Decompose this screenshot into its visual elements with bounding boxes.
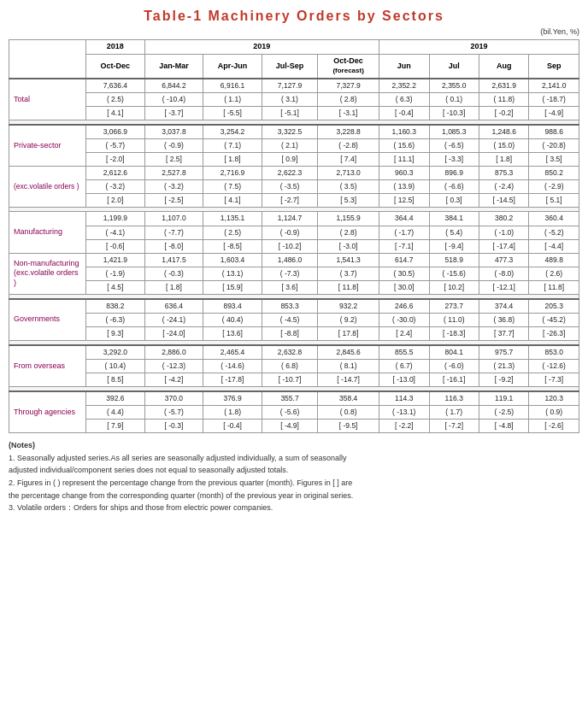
table-cell: ( 7.1) xyxy=(203,139,262,153)
table-cell: ( -3.5) xyxy=(262,180,317,194)
table-cell: 838.2 xyxy=(86,299,145,314)
table-cell: 120.3 xyxy=(529,391,579,406)
table-cell: 114.3 xyxy=(379,391,429,406)
row-label: Governments xyxy=(9,299,86,341)
table-cell: 384.1 xyxy=(429,212,479,226)
table-cell: 3,254.2 xyxy=(203,125,262,139)
table-cell: [ 2.4] xyxy=(379,326,429,340)
table-cell: 360.4 xyxy=(529,212,579,226)
table-cell: ( -0.9) xyxy=(144,139,203,153)
table-cell: ( -2.8) xyxy=(318,139,379,153)
note-line: 1. Seasonally adjusted series.As all ser… xyxy=(9,453,579,464)
table-cell: [ 15.9] xyxy=(203,280,262,294)
col-2018-year: 2018 xyxy=(86,40,145,55)
table-cell: ( 13.1) xyxy=(203,267,262,280)
table-cell: [ 3.6] xyxy=(262,280,317,294)
table-cell: 6,844.2 xyxy=(144,79,203,93)
table-cell: ( 30.5) xyxy=(379,267,429,280)
table-cell: ( 10.4) xyxy=(86,359,145,373)
table-cell: 2,631.9 xyxy=(479,79,528,93)
table-cell: [ -17.8] xyxy=(203,373,262,387)
table-cell: 850.2 xyxy=(529,167,579,180)
table-cell: 2,355.0 xyxy=(429,79,479,93)
table-cell: 273.7 xyxy=(429,299,479,314)
table-cell: 1,160.3 xyxy=(379,125,429,139)
table-cell: ( 15.0) xyxy=(479,139,528,153)
table-cell: 2,716.9 xyxy=(203,167,262,180)
page-title: Table-1 Machinery Orders by Sectors xyxy=(9,9,579,24)
table-cell: 3,228.8 xyxy=(318,125,379,139)
table-cell: ( 15.6) xyxy=(379,139,429,153)
table-cell: ( 2.6) xyxy=(529,267,579,280)
table-cell: [ -9.4] xyxy=(429,239,479,253)
row-label: Manufacturing xyxy=(9,212,86,253)
table-cell: [ 9.3] xyxy=(86,326,145,340)
table-cell: ( -5.7) xyxy=(144,406,203,420)
table-cell: ( 36.8) xyxy=(479,313,528,326)
table-cell: 1,417.5 xyxy=(144,253,203,267)
table-cell: ( 1.8) xyxy=(203,406,262,420)
table-cell: 2,141.0 xyxy=(529,79,579,93)
note-line: (Notes) xyxy=(9,440,579,451)
table-cell: [ 0.3] xyxy=(429,194,479,208)
table-cell: [ 11.8] xyxy=(529,280,579,294)
table-cell: ( -6.6) xyxy=(429,180,479,194)
table-cell: [ 17.8] xyxy=(318,326,379,340)
table-cell: ( 2.5) xyxy=(86,93,145,107)
table-cell: 893.4 xyxy=(203,299,262,314)
table-cell: 376.9 xyxy=(203,391,262,406)
table-cell: ( -6.3) xyxy=(86,313,145,326)
table-cell: [ 11.8] xyxy=(318,280,379,294)
table-cell: [ 2.0] xyxy=(86,194,145,208)
table-cell: [ 4.1] xyxy=(203,194,262,208)
table-cell: [ 5.3] xyxy=(318,194,379,208)
table-cell: 3,322.5 xyxy=(262,125,317,139)
table-cell: [ -24.0] xyxy=(144,326,203,340)
table-cell: [ -0.3] xyxy=(144,420,203,433)
table-cell: ( 6.7) xyxy=(379,359,429,373)
table-cell: 6,916.1 xyxy=(203,79,262,93)
table-cell: ( -2.5) xyxy=(479,406,528,420)
table-cell: 374.4 xyxy=(479,299,528,314)
table-cell: ( -45.2) xyxy=(529,313,579,326)
table-cell: ( 3.5) xyxy=(318,180,379,194)
table-cell: 3,292.0 xyxy=(86,345,145,360)
main-table: 2018 2019 2019 Oct-Dec Jan-Mar Apr-Jun J… xyxy=(9,39,579,433)
table-cell: [ -2.2] xyxy=(379,420,429,433)
table-cell: ( -12.6) xyxy=(529,359,579,373)
table-cell: 205.3 xyxy=(529,299,579,314)
table-cell: 7,327.9 xyxy=(318,79,379,93)
table-cell: 7,636.4 xyxy=(86,79,145,93)
table-cell: [ -12.1] xyxy=(479,280,528,294)
table-cell: ( 11.0) xyxy=(429,313,479,326)
table-cell: 392.6 xyxy=(86,391,145,406)
table-cell: ( 6.8) xyxy=(262,359,317,373)
table-cell: [ -26.3] xyxy=(529,326,579,340)
table-cell: 119.1 xyxy=(479,391,528,406)
table-cell: ( -5.7) xyxy=(86,139,145,153)
note-line: the percentage change from the correspon… xyxy=(9,490,579,502)
table-cell: [ 7.4] xyxy=(318,153,379,167)
note-line: 2. Figures in ( ) represent the percenta… xyxy=(9,478,579,489)
table-cell: [ -13.0] xyxy=(379,373,429,387)
table-cell: ( -10.4) xyxy=(144,93,203,107)
table-cell: [ -14.5] xyxy=(479,194,528,208)
table-cell: [ 37.7] xyxy=(479,326,528,340)
note-line: adjusted individual/component series doe… xyxy=(9,465,579,476)
table-cell: 2,632.8 xyxy=(262,345,317,360)
table-cell: [ -8.8] xyxy=(262,326,317,340)
table-cell: [ 4.1] xyxy=(86,107,145,120)
table-cell: 370.0 xyxy=(144,391,203,406)
table-cell: [ -4.8] xyxy=(479,420,528,433)
table-cell: [ -3.3] xyxy=(429,153,479,167)
col-empty xyxy=(9,40,86,79)
table-cell: [ -10.3] xyxy=(429,107,479,120)
table-cell: [ 1.8] xyxy=(144,280,203,294)
table-cell: ( -2.4) xyxy=(479,180,528,194)
table-cell: ( 0.1) xyxy=(429,93,479,107)
table-cell: ( 5.4) xyxy=(429,226,479,239)
table-cell: 614.7 xyxy=(379,253,429,267)
table-cell: [ -9.5] xyxy=(318,420,379,433)
unit-label: (bil.Yen, %) xyxy=(9,27,579,36)
table-cell: ( 2.1) xyxy=(262,139,317,153)
